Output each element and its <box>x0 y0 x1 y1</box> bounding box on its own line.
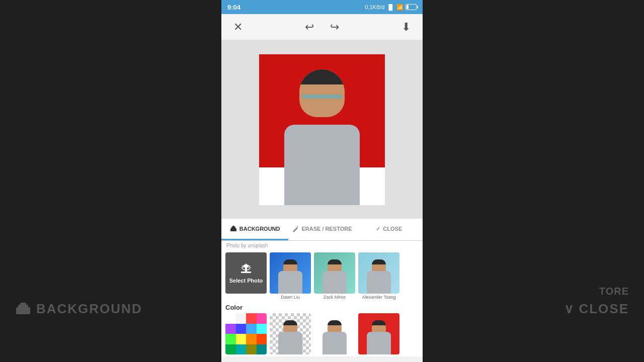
color-thumb-checker <box>270 313 311 354</box>
color-section-label: Color <box>225 304 419 311</box>
color-palette-grid <box>225 313 267 354</box>
battery-fill <box>407 5 409 9</box>
thumb-hair-1 <box>283 259 297 264</box>
svg-rect-5 <box>232 226 234 227</box>
svg-line-6 <box>297 226 298 227</box>
select-photo-label: Select Photo <box>229 278 263 284</box>
thumb-person-white <box>319 319 350 354</box>
color-cell <box>225 313 236 324</box>
thumb-person-checker <box>275 319 305 354</box>
photo-canvas <box>259 54 385 205</box>
color-cell <box>246 344 257 355</box>
color-cell <box>257 334 267 344</box>
color-cell <box>257 313 267 324</box>
bg-label-zack-minor: Zack Minor <box>324 295 346 300</box>
store-label: TORE <box>599 286 629 297</box>
tab-bar: BACKGROUND ERASE / RESTORE ✓ CLOSE <box>221 219 423 241</box>
color-cell <box>246 334 257 344</box>
color-options-row <box>225 313 419 354</box>
signal-icon: ▐▌ <box>386 4 394 10</box>
thumb-hair-2 <box>328 259 342 264</box>
bg-label-left: BACKGROUND <box>15 301 142 317</box>
color-cell <box>225 334 236 344</box>
tab-erase[interactable]: ERASE / RESTORE <box>288 219 355 240</box>
network-speed: 0,1KB/d <box>365 4 384 10</box>
bg-thumb-cyan <box>358 252 399 294</box>
thumb-hair-3 <box>372 259 386 264</box>
undo-button[interactable]: ↩ <box>301 19 318 36</box>
color-checker-option[interactable] <box>270 313 311 354</box>
svg-rect-2 <box>20 303 26 306</box>
wifi-icon: 📶 <box>396 4 404 11</box>
select-photo-button[interactable]: Select Photo <box>225 252 267 294</box>
color-cell <box>236 344 247 355</box>
head <box>299 69 345 117</box>
tab-erase-label: ERASE / RESTORE <box>301 226 352 232</box>
left-panel: BACKGROUND <box>0 0 221 362</box>
thumb-hair-checker <box>283 320 297 325</box>
toolbar-center: ↩ ↪ <box>301 19 343 36</box>
color-cell <box>257 324 267 334</box>
toolbar: ✕ ↩ ↪ ⬇ <box>221 14 423 40</box>
thumb-person-red <box>364 319 394 354</box>
glasses <box>302 95 342 99</box>
color-white-option[interactable] <box>314 313 355 354</box>
person-silhouette <box>277 64 367 205</box>
color-thumb-red <box>358 313 399 354</box>
thumb-body-2 <box>323 271 347 294</box>
bg-label-alexander-tsang: Alexander Tsang <box>362 295 396 300</box>
close-button[interactable]: ✕ <box>229 19 247 36</box>
bg-option-alexander-tsang[interactable]: Alexander Tsang <box>358 252 399 300</box>
thumb-body-white <box>323 332 347 354</box>
color-cell <box>236 334 247 344</box>
download-button[interactable]: ⬇ <box>397 19 415 36</box>
bg-option-dawn-liu[interactable]: Dawn Liu <box>270 252 311 300</box>
color-cell <box>225 344 236 355</box>
thumb-hair-red <box>372 320 386 325</box>
tab-close-label: CLOSE <box>383 226 402 232</box>
image-area <box>221 40 423 219</box>
thumb-body-checker <box>278 332 302 354</box>
bg-thumb-teal <box>314 252 355 294</box>
status-right: 0,1KB/d ▐▌ 📶 <box>365 4 417 11</box>
color-cell <box>236 313 247 324</box>
status-time: 9:04 <box>227 4 240 11</box>
redo-button[interactable]: ↪ <box>326 19 343 36</box>
thumb-body-3 <box>367 271 391 294</box>
thumb-person-2 <box>319 258 350 294</box>
tab-close-check: ✓ <box>376 226 380 232</box>
hair <box>299 69 345 84</box>
tab-background-label: BACKGROUND <box>239 226 280 232</box>
tab-background[interactable]: BACKGROUND <box>221 219 288 240</box>
thumb-hair-white <box>328 320 342 325</box>
color-cell <box>236 324 247 334</box>
color-red-option[interactable] <box>358 313 399 354</box>
thumb-body-red <box>367 332 391 354</box>
bg-thumb-blue <box>270 252 311 294</box>
right-panel: TORE ∨ CLOSE <box>423 0 644 362</box>
body-shirt <box>284 125 360 205</box>
color-palette-option[interactable] <box>225 313 267 354</box>
color-cell <box>225 324 236 334</box>
bg-option-zack-minor[interactable]: Zack Minor <box>314 252 355 300</box>
thumb-person-3 <box>364 258 394 294</box>
attribution: Photo by unsplash <box>221 241 423 250</box>
select-photo-option[interactable]: Select Photo <box>225 252 267 300</box>
bg-label-text: BACKGROUND <box>36 301 142 317</box>
color-cell <box>257 344 267 355</box>
color-cell <box>246 324 257 334</box>
tab-close[interactable]: ✓ CLOSE <box>356 219 423 240</box>
thumb-person-1 <box>275 258 305 294</box>
background-options-row: Select Photo Dawn Liu <box>221 250 423 302</box>
close-label-right: ∨ CLOSE <box>564 301 629 317</box>
svg-rect-7 <box>241 272 251 273</box>
phone-frame: 9:04 0,1KB/d ▐▌ 📶 ✕ ↩ ↪ ⬇ <box>221 0 423 362</box>
color-section: Color <box>221 302 423 356</box>
bg-label-dawn-liu: Dawn Liu <box>281 295 300 300</box>
thumb-body-1 <box>278 271 302 294</box>
color-cell <box>246 313 257 324</box>
close-label-text: CLOSE <box>579 301 629 317</box>
color-thumb-white <box>314 313 355 354</box>
status-bar: 9:04 0,1KB/d ▐▌ 📶 <box>221 0 423 14</box>
battery-icon <box>406 4 417 10</box>
